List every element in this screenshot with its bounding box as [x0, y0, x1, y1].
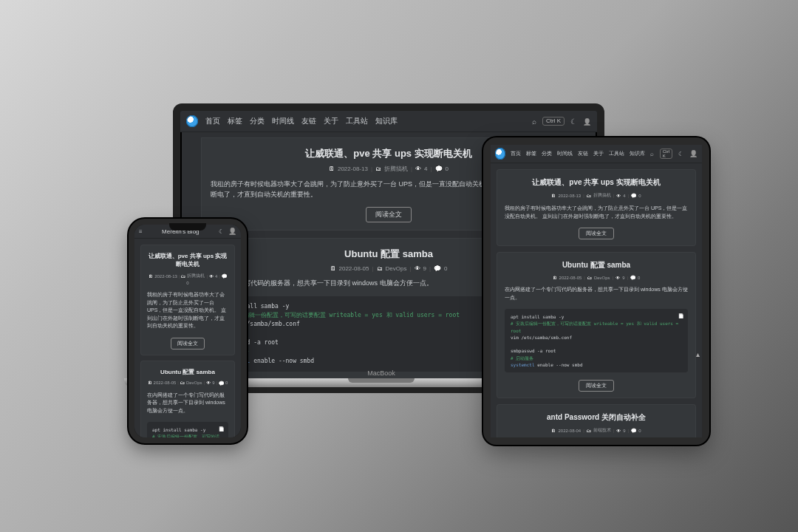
eye-icon — [415, 166, 421, 172]
comment-icon — [630, 275, 635, 280]
theme-toggle-icon[interactable] — [219, 228, 224, 235]
search-icon[interactable] — [650, 151, 654, 157]
main-nav: 首页 标签 分类 时间线 友链 关于 工具站 知识库 — [205, 116, 525, 126]
copy-icon[interactable] — [219, 426, 224, 432]
nav-category[interactable]: 分类 — [542, 150, 552, 157]
user-icon[interactable] — [583, 117, 591, 126]
eye-icon — [209, 274, 214, 279]
scroll-up-icon[interactable]: ▴ — [696, 350, 700, 358]
folder-icon — [180, 381, 185, 385]
post-title[interactable]: Ubuntu 配置 samba — [147, 368, 228, 376]
main-nav: 首页 标签 分类 时间线 友链 关于 工具站 知识库 — [511, 150, 645, 157]
post-meta: 2022-08-05| DevOps| 9| 0 — [147, 381, 228, 386]
read-more-button[interactable]: 阅读全文 — [579, 228, 614, 239]
nav-timeline[interactable]: 时间线 — [557, 150, 573, 157]
nav-wiki[interactable]: 知识库 — [630, 150, 645, 157]
nav-about[interactable]: 关于 — [593, 150, 604, 157]
copy-icon[interactable] — [678, 313, 683, 319]
user-icon[interactable] — [689, 150, 698, 157]
code-line: apt install samba -y — [152, 426, 223, 433]
post-title[interactable]: antd Password 关闭自动补全 — [505, 412, 688, 423]
user-icon[interactable] — [228, 228, 236, 235]
post-comments: 0 — [225, 381, 228, 385]
post-category[interactable]: DevOps — [386, 265, 407, 272]
laptop-brand: MacBook — [367, 369, 395, 377]
code-line: apt install samba -y — [511, 313, 682, 320]
comment-icon — [434, 265, 441, 272]
tablet-screen: 首页 标签 分类 时间线 友链 关于 工具站 知识库 Ctrl K — [491, 145, 702, 437]
nav-home[interactable]: 首页 — [205, 116, 220, 126]
post-comments: 0 — [638, 429, 641, 433]
post-excerpt: 在内网搭建了一个专门写代码的服务器，想共享一下目录到 windows 电脑会方便… — [505, 286, 688, 301]
post-card: antd Password 关闭自动补全 2022-08-04| 前端技术| 9… — [497, 404, 696, 437]
folder-icon — [377, 265, 383, 272]
post-views: 4 — [623, 194, 625, 198]
post-comments: 0 — [444, 265, 447, 272]
theme-toggle-icon[interactable] — [678, 151, 683, 157]
code-line — [511, 341, 682, 347]
topbar-utils: Ctrl K — [650, 149, 698, 159]
calendar-icon — [551, 194, 556, 198]
nav-category[interactable]: 分类 — [250, 116, 265, 126]
eye-icon — [615, 276, 620, 280]
post-category[interactable]: DevOps — [186, 381, 202, 385]
folder-icon — [587, 194, 591, 198]
post-excerpt: 我租的房子有时候电器功率大了会跳闸，为了防止意外买了一台 UPS，但是一直没配自… — [147, 291, 228, 330]
phone-device: Mereith's Blog 让威联通、pve 共享 ups 实现断电关机 20… — [129, 219, 247, 443]
post-views: 4 — [215, 274, 217, 279]
post-meta: 2022-08-04| 前端技术| 9| 0 — [505, 427, 688, 434]
comment-icon — [631, 193, 636, 198]
post-title[interactable]: 让威联通、pve 共享 ups 实现断电关机 — [147, 252, 228, 268]
nav-timeline[interactable]: 时间线 — [272, 116, 294, 126]
post-meta: 2022-08-05| DevOps| 9| 0 — [505, 275, 688, 280]
calendar-icon — [551, 429, 556, 433]
nav-links[interactable]: 友链 — [301, 116, 316, 126]
nav-tags[interactable]: 标签 — [228, 116, 242, 126]
post-date: 2022-08-05 — [339, 265, 369, 272]
nav-wiki[interactable]: 知识库 — [375, 116, 398, 126]
calendar-icon — [329, 166, 335, 172]
post-category[interactable]: 折腾搞机 — [593, 192, 611, 199]
site-logo[interactable] — [186, 115, 198, 127]
read-more-button[interactable]: 阅读全文 — [171, 338, 205, 349]
code-line: smbpasswd -a root — [511, 347, 682, 354]
nav-tools[interactable]: 工具站 — [609, 150, 624, 157]
phone-notch — [169, 223, 206, 231]
post-card: 让威联通、pve 共享 ups 实现断电关机 2022-08-13| 折腾搞机|… — [140, 245, 235, 355]
eye-icon — [616, 194, 621, 198]
nav-links[interactable]: 友链 — [578, 150, 588, 157]
nav-tags[interactable]: 标签 — [526, 150, 536, 157]
code-line: # 安装后编辑一份配置，可写的话要配置 writeable = yes 和 va… — [511, 320, 682, 334]
post-date: 2022-08-05 — [559, 276, 582, 280]
post-category[interactable]: 折腾搞机 — [384, 165, 408, 173]
post-category[interactable]: DevOps — [594, 276, 610, 280]
folder-icon — [375, 166, 381, 172]
post-category[interactable]: 前端技术 — [593, 427, 611, 434]
nav-tools[interactable]: 工具站 — [346, 116, 368, 126]
eye-icon — [415, 265, 420, 272]
read-more-button[interactable]: 阅读全文 — [366, 207, 412, 222]
post-title[interactable]: Ubuntu 配置 samba — [505, 260, 688, 270]
search-shortcut[interactable]: Ctrl K — [542, 117, 565, 126]
post-date: 2022-08-13 — [558, 194, 581, 198]
theme-toggle-icon[interactable] — [570, 117, 577, 126]
post-card: Ubuntu 配置 samba 2022-08-05| DevOps| 9| 0… — [497, 252, 696, 398]
site-logo[interactable] — [495, 148, 505, 160]
calendar-icon — [330, 265, 336, 272]
nav-home[interactable]: 首页 — [511, 150, 521, 157]
eye-icon — [616, 429, 621, 433]
phone-screen: Mereith's Blog 让威联通、pve 共享 ups 实现断电关机 20… — [134, 225, 241, 437]
hamburger-icon[interactable] — [139, 228, 143, 235]
search-icon[interactable] — [532, 117, 536, 126]
post-date: 2022-08-05 — [154, 381, 177, 385]
read-more-button[interactable]: 阅读全文 — [579, 380, 614, 392]
post-meta: 2022-08-13| 折腾搞机| 4| 0 — [147, 273, 228, 285]
code-line: vim /etc/samba/smb.conf — [511, 334, 682, 341]
post-title[interactable]: 让威联通、pve 共享 ups 实现断电关机 — [505, 177, 688, 188]
search-shortcut[interactable]: Ctrl K — [660, 149, 672, 159]
post-list: 让威联通、pve 共享 ups 实现断电关机 2022-08-13| 折腾搞机|… — [491, 163, 702, 437]
code-block: apt install samba -y # 安装后编辑一份配置，可写的话要配置… — [505, 309, 688, 372]
post-category[interactable]: 折腾搞机 — [187, 273, 205, 279]
nav-about[interactable]: 关于 — [324, 116, 338, 126]
comment-icon — [435, 166, 443, 172]
